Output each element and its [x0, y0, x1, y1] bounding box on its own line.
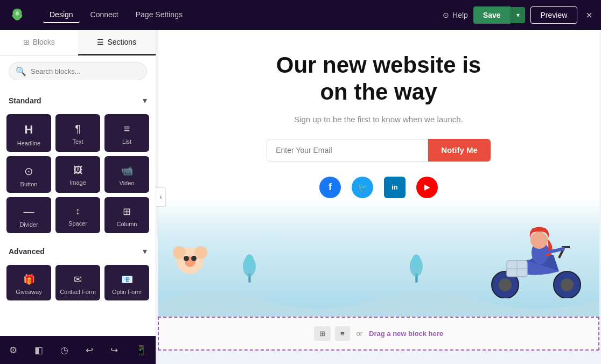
nav-page-settings[interactable]: Page Settings	[129, 7, 189, 23]
tab-sections[interactable]: ☰ Sections	[78, 30, 156, 55]
block-image[interactable]: 🖼 Image	[55, 156, 100, 193]
button-icon: ⊙	[24, 165, 33, 178]
notify-button[interactable]: Notify Me	[428, 139, 491, 162]
save-dropdown-button[interactable]: ▾	[511, 7, 525, 23]
help-label: Help	[452, 11, 468, 19]
block-optin-form[interactable]: 📧 Optin Form	[104, 265, 149, 300]
layers-button[interactable]: ◧	[31, 341, 46, 359]
history-button[interactable]: ◷	[57, 341, 72, 359]
main-layout: ⊞ Blocks ☰ Sections 🔍 Standard ▾ H	[0, 30, 601, 364]
search-input-wrap: 🔍	[9, 62, 147, 80]
column-icon: ⊞	[123, 206, 131, 218]
standard-blocks-grid: H Headline ¶ Text ≡ List ⊙ Button 🖼 I	[6, 114, 149, 233]
standard-toggle-button[interactable]: ▾	[143, 95, 147, 106]
headline-label: Headline	[17, 140, 40, 146]
hero-subtitle: Sign up to be the first to know when we …	[179, 115, 578, 124]
collapse-panel-button[interactable]: ‹	[156, 187, 166, 207]
video-label: Video	[120, 180, 135, 186]
block-text[interactable]: ¶ Text	[55, 114, 100, 152]
bottom-toolbar: ⚙ ◧ ◷ ↩ ↪ 📱	[0, 336, 156, 364]
social-icons: f 🐦 in ▶	[179, 177, 578, 198]
divider-label: Divider	[19, 221, 38, 228]
drag-block-icons: ⊞ ≡	[314, 326, 350, 341]
advanced-section-title: Advanced	[9, 247, 45, 256]
settings-button[interactable]: ⚙	[6, 341, 20, 359]
nav-connect[interactable]: Connect	[84, 7, 125, 23]
blocks-tab-label: Blocks	[33, 38, 55, 46]
svg-point-2	[244, 254, 254, 269]
drag-block-area[interactable]: ⊞ ≡ or Drag a new block here	[158, 317, 599, 351]
sections-tab-label: Sections	[107, 38, 136, 46]
save-btn-group: Save ▾	[473, 6, 525, 24]
optin-form-icon: 📧	[121, 274, 133, 285]
panel-tabs: ⊞ Blocks ☰ Sections	[0, 30, 156, 56]
block-spacer[interactable]: ↕ Spacer	[55, 197, 100, 233]
youtube-icon[interactable]: ▶	[416, 177, 438, 198]
standard-section-title: Standard	[9, 96, 41, 105]
hero-section: Our new website ison the way Sign up to …	[158, 30, 599, 198]
button-label: Button	[20, 181, 38, 187]
drag-icon-grid: ⊞	[314, 326, 331, 341]
help-button[interactable]: ⊙ Help	[443, 11, 468, 19]
block-column[interactable]: ⊞ Column	[104, 197, 149, 233]
image-label: Image	[69, 179, 86, 186]
preview-button[interactable]: Preview	[530, 6, 578, 24]
email-input[interactable]	[267, 139, 428, 162]
close-button[interactable]: ×	[586, 9, 592, 22]
drag-or-text: or	[357, 330, 363, 338]
search-area: 🔍	[0, 56, 156, 87]
advanced-blocks-grid: 🎁 Giveaway ✉ Contact Form 📧 Optin Form	[6, 265, 149, 300]
block-list[interactable]: ≡ List	[104, 114, 149, 152]
list-icon: ≡	[124, 123, 130, 135]
tab-blocks[interactable]: ⊞ Blocks	[0, 30, 78, 55]
illustration-area	[158, 198, 599, 317]
logo-icon	[9, 6, 26, 24]
advanced-section-header: Advanced ▾	[6, 242, 149, 261]
block-divider[interactable]: — Divider	[6, 197, 51, 233]
search-icon: 🔍	[16, 66, 26, 76]
list-label: List	[122, 138, 131, 145]
panel-content: Standard ▾ H Headline ¶ Text ≡ List ⊙	[0, 87, 156, 336]
standard-section-header: Standard ▾	[6, 91, 149, 110]
video-icon: 📹	[121, 165, 133, 177]
nav-right: ⊙ Help Save ▾ Preview ×	[443, 6, 592, 24]
spacer-label: Spacer	[68, 220, 87, 227]
drag-new-block-text[interactable]: Drag a new block here	[369, 330, 443, 338]
contact-form-icon: ✉	[74, 274, 82, 285]
headline-icon: H	[25, 123, 33, 137]
image-icon: 🖼	[73, 165, 83, 176]
svg-point-20	[194, 246, 207, 259]
sections-icon: ☰	[97, 38, 104, 46]
tree-left	[239, 253, 260, 287]
block-button[interactable]: ⊙ Button	[6, 156, 51, 193]
giveaway-icon: 🎁	[23, 274, 35, 285]
nav-design[interactable]: Design	[43, 7, 80, 23]
svg-point-16	[530, 232, 548, 249]
advanced-toggle-button[interactable]: ▾	[143, 246, 147, 256]
twitter-icon[interactable]: 🐦	[352, 177, 373, 198]
canvas-page: Our new website ison the way Sign up to …	[158, 30, 599, 351]
giveaway-label: Giveaway	[16, 289, 41, 295]
svg-point-5	[411, 254, 421, 269]
svg-point-23	[191, 256, 197, 261]
column-label: Column	[117, 221, 137, 227]
svg-point-19	[173, 246, 186, 259]
text-label: Text	[72, 138, 83, 145]
block-headline[interactable]: H Headline	[6, 114, 51, 152]
save-button[interactable]: Save	[473, 6, 511, 24]
help-icon: ⊙	[443, 11, 449, 19]
undo-button[interactable]: ↩	[82, 341, 96, 359]
redo-button[interactable]: ↪	[107, 341, 121, 359]
mobile-button[interactable]: 📱	[132, 341, 150, 359]
spacer-icon: ↕	[75, 206, 80, 217]
svg-point-22	[184, 256, 189, 261]
block-giveaway[interactable]: 🎁 Giveaway	[6, 265, 51, 300]
contact-form-label: Contact Form	[60, 289, 96, 295]
top-nav: Design Connect Page Settings ⊙ Help Save…	[0, 0, 601, 30]
linkedin-icon[interactable]: in	[384, 177, 406, 198]
block-contact-form[interactable]: ✉ Contact Form	[55, 265, 100, 300]
search-input[interactable]	[31, 67, 140, 75]
facebook-icon[interactable]: f	[319, 177, 341, 198]
block-video[interactable]: 📹 Video	[104, 156, 149, 193]
hero-title: Our new website ison the way	[179, 52, 578, 106]
